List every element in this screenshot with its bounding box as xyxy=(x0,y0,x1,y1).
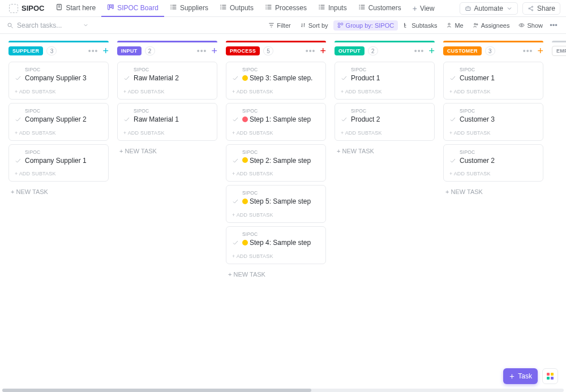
task-check-icon[interactable] xyxy=(232,239,239,246)
new-task-button[interactable]: NEW TASK xyxy=(226,268,326,281)
space-switcher[interactable]: SIPOC xyxy=(6,2,48,15)
task-card[interactable]: SIPOC Step 3: Sample step. ADD SUBTASK xyxy=(226,62,326,100)
column-menu-button[interactable]: ••• xyxy=(306,47,316,55)
column-menu-button[interactable]: ••• xyxy=(523,47,533,55)
view-tab-start-here[interactable]: Start here xyxy=(50,0,101,17)
column-add-button[interactable]: + xyxy=(428,46,435,56)
column-add-button[interactable]: + xyxy=(320,46,326,56)
task-check-icon[interactable] xyxy=(15,157,22,164)
add-subtask-button[interactable]: ADD SUBTASK xyxy=(341,89,428,94)
new-task-fab[interactable]: Task xyxy=(503,368,538,384)
more-filters-button[interactable]: ••• xyxy=(548,21,559,29)
add-view-button[interactable]: + View xyxy=(407,4,440,13)
new-task-button[interactable]: NE xyxy=(552,62,566,75)
add-subtask-button[interactable]: ADD SUBTASK xyxy=(449,89,537,94)
task-check-icon[interactable] xyxy=(341,75,348,81)
add-subtask-button[interactable]: ADD SUBTASK xyxy=(232,130,320,136)
add-subtask-button[interactable]: ADD SUBTASK xyxy=(15,130,102,136)
me-button[interactable]: Me xyxy=(442,20,467,31)
column-status-tag[interactable]: SUPPLIER xyxy=(8,46,43,55)
add-subtask-button[interactable]: ADD SUBTASK xyxy=(123,130,211,136)
svg-rect-4 xyxy=(110,5,112,7)
column-add-button[interactable]: + xyxy=(102,46,109,56)
add-subtask-button[interactable]: ADD SUBTASK xyxy=(15,89,102,94)
column-status-tag[interactable]: Empt xyxy=(552,46,566,56)
column-status-tag[interactable]: INPUT xyxy=(117,46,142,55)
apps-fab[interactable] xyxy=(542,368,558,384)
task-check-icon[interactable] xyxy=(123,75,130,81)
task-check-icon[interactable] xyxy=(341,116,348,123)
horizontal-scrollbar[interactable] xyxy=(2,389,564,392)
view-tab-outputs[interactable]: Outputs xyxy=(214,0,259,17)
column-add-button[interactable]: + xyxy=(211,46,217,56)
filter-button[interactable]: Filter xyxy=(264,20,294,31)
new-task-button[interactable]: NEW TASK xyxy=(117,144,217,158)
task-card[interactable]: SIPOC Step 5: Sample step ADD SUBTASK xyxy=(226,185,326,223)
task-card[interactable]: SIPOC Customer 2 ADD SUBTASK xyxy=(443,144,543,182)
column-menu-button[interactable]: ••• xyxy=(88,47,98,55)
column-add-button[interactable]: + xyxy=(537,46,543,56)
task-check-icon[interactable] xyxy=(15,75,22,81)
view-tab-sipoc-board[interactable]: SIPOC Board xyxy=(101,0,164,17)
task-card[interactable]: SIPOC Product 2 ADD SUBTASK xyxy=(335,103,435,141)
column-status-tag[interactable]: OUTPUT xyxy=(335,46,365,55)
automate-button[interactable]: Automate xyxy=(460,2,518,15)
task-title: Raw Material 1 xyxy=(134,115,179,124)
task-card[interactable]: SIPOC Customer 3 ADD SUBTASK xyxy=(443,103,543,141)
view-tab-suppliers[interactable]: Suppliers xyxy=(164,0,214,17)
add-subtask-button[interactable]: ADD SUBTASK xyxy=(341,130,428,136)
task-card[interactable]: SIPOC Raw Material 2 ADD SUBTASK xyxy=(117,62,217,100)
task-card[interactable]: SIPOC Raw Material 1 ADD SUBTASK xyxy=(117,103,217,141)
subtasks-button[interactable]: Subtasks xyxy=(399,20,441,31)
task-check-icon[interactable] xyxy=(123,116,130,123)
add-subtask-button[interactable]: ADD SUBTASK xyxy=(449,171,537,176)
task-card[interactable]: SIPOC Step 1: Sample step ADD SUBTASK xyxy=(226,103,326,141)
task-check-icon[interactable] xyxy=(232,198,239,205)
view-tab-inputs[interactable]: Inputs xyxy=(312,0,353,17)
add-subtask-button[interactable]: ADD SUBTASK xyxy=(232,89,320,94)
new-task-button[interactable]: NEW TASK xyxy=(443,185,543,199)
task-check-icon[interactable] xyxy=(15,116,22,123)
task-check-icon[interactable] xyxy=(232,75,239,81)
task-check-icon[interactable] xyxy=(449,75,456,81)
task-card[interactable]: SIPOC Step 4: Sample step ADD SUBTASK xyxy=(226,226,326,264)
task-check-icon[interactable] xyxy=(449,157,456,164)
share-button[interactable]: Share xyxy=(522,2,560,15)
task-check-icon[interactable] xyxy=(232,157,239,164)
svg-point-51 xyxy=(474,23,475,25)
search-expand-button[interactable] xyxy=(80,20,91,31)
add-subtask-button[interactable]: ADD SUBTASK xyxy=(232,212,320,218)
sort-button[interactable]: Sort by xyxy=(296,20,332,31)
add-subtask-button[interactable]: ADD SUBTASK xyxy=(15,171,102,176)
task-card[interactable]: SIPOC Product 1 ADD SUBTASK xyxy=(335,62,435,100)
search-icon xyxy=(7,22,14,29)
view-tab-processes[interactable]: Processes xyxy=(259,0,312,17)
column-menu-button[interactable]: ••• xyxy=(197,47,207,55)
task-card[interactable]: SIPOC Company Supplier 2 ADD SUBTASK xyxy=(8,103,109,141)
column-menu-button[interactable]: ••• xyxy=(414,47,424,55)
task-breadcrumb: SIPOC xyxy=(351,67,428,72)
task-card[interactable]: SIPOC Company Supplier 1 ADD SUBTASK xyxy=(8,144,109,182)
show-button[interactable]: Show xyxy=(514,20,547,31)
board[interactable]: SUPPLIER 3 ••• + SIPOC Company Supplier … xyxy=(0,34,566,389)
task-card[interactable]: SIPOC Step 2: Sample step ADD SUBTASK xyxy=(226,144,326,182)
scrollbar-thumb[interactable] xyxy=(2,389,311,392)
add-subtask-button[interactable]: ADD SUBTASK xyxy=(232,171,320,176)
new-task-button[interactable]: NEW TASK xyxy=(335,144,435,158)
column-status-tag[interactable]: PROCESS xyxy=(226,46,260,55)
add-subtask-button[interactable]: ADD SUBTASK xyxy=(123,89,211,94)
add-subtask-button[interactable]: ADD SUBTASK xyxy=(449,130,537,136)
column-status-tag[interactable]: CUSTOMER xyxy=(443,46,482,55)
assignees-button[interactable]: Assignees xyxy=(469,20,514,31)
view-tab-customers[interactable]: Customers xyxy=(353,0,407,17)
search-input[interactable] xyxy=(17,21,79,29)
task-check-icon[interactable] xyxy=(232,116,239,123)
svg-point-45 xyxy=(8,23,11,27)
new-task-button[interactable]: NEW TASK xyxy=(8,185,109,199)
group-button[interactable]: Group by: SIPOC xyxy=(333,20,398,31)
svg-point-27 xyxy=(319,5,320,6)
task-card[interactable]: SIPOC Company Supplier 3 ADD SUBTASK xyxy=(8,62,109,100)
task-check-icon[interactable] xyxy=(449,116,456,123)
task-card[interactable]: SIPOC Customer 1 ADD SUBTASK xyxy=(443,62,543,100)
add-subtask-button[interactable]: ADD SUBTASK xyxy=(232,253,320,259)
